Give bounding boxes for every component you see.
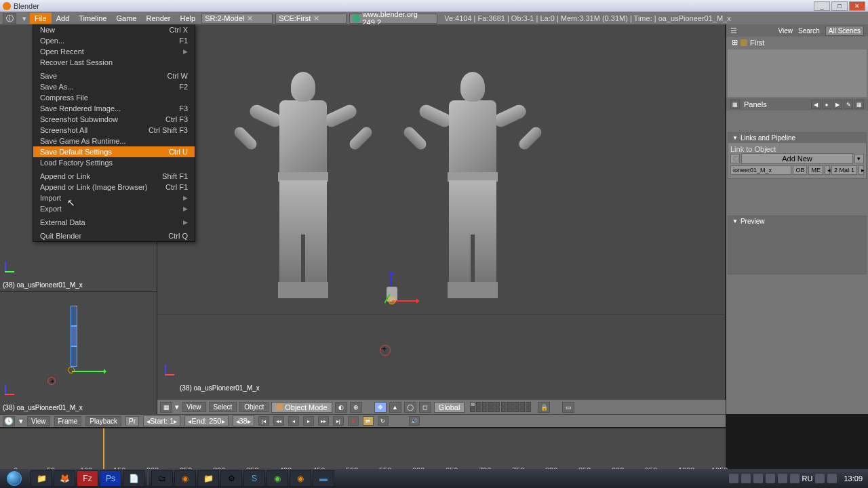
maximize-button[interactable]: □ — [831, 1, 848, 11]
main-3d-viewport[interactable]: (38) oa_usPioneer01_M_x — [157, 24, 726, 400]
file-menu-item[interactable]: Screenshot AllCtrl Shift F3 — [33, 125, 195, 136]
record-button[interactable]: ● — [348, 416, 359, 426]
taskbar-app-icon[interactable]: 📁 — [197, 470, 219, 487]
panel-title[interactable]: Preview — [728, 216, 866, 226]
outliner-scene-item[interactable]: ⊞ First — [726, 37, 868, 48]
taskbar-filezilla-icon[interactable]: Fz — [77, 470, 98, 487]
prev-keyframe-button[interactable]: ◂◂ — [273, 416, 284, 426]
file-menu-item[interactable]: Screenshot SubwindowCtrl F3 — [33, 114, 195, 125]
tray-icon[interactable] — [827, 474, 837, 483]
file-menu-item[interactable]: NewCtrl X — [33, 24, 195, 35]
timeline-view-menu[interactable]: View — [27, 416, 50, 426]
context-scene-icon[interactable]: ▦ — [854, 100, 864, 109]
file-menu-item[interactable]: Import▶ — [33, 192, 195, 203]
menu-file[interactable]: File — [30, 13, 52, 24]
file-menu-item[interactable]: Append or Link (Image Browser)Ctrl F1 — [33, 182, 195, 192]
start-button[interactable] — [1, 470, 27, 487]
viewport-bottom-left[interactable]: + (38) oa_usPioneer01_M_x — [0, 292, 157, 414]
view-menu[interactable]: View — [182, 402, 206, 412]
taskbar-app-icon[interactable]: ▬ — [313, 470, 334, 487]
context-logic-icon[interactable]: ◀ — [811, 100, 821, 109]
me-button[interactable]: ME — [808, 165, 823, 175]
taskbar-firefox-icon[interactable]: 🦊 — [54, 470, 75, 487]
close-button[interactable]: ✕ — [849, 1, 865, 11]
object-menu[interactable]: Object — [239, 402, 269, 412]
draw-type-icon[interactable]: ◐ — [335, 402, 347, 413]
jump-start-button[interactable]: |◂ — [258, 416, 269, 426]
tray-icon[interactable] — [741, 474, 751, 483]
mesh-name-field[interactable]: ioneer01_M_x — [730, 165, 791, 175]
pivot-icon[interactable]: ⊕ — [350, 402, 362, 413]
panel-title[interactable]: Links and Pipeline — [728, 133, 866, 143]
taskbar-notepad-icon[interactable]: 📄 — [123, 470, 144, 487]
start-frame-field[interactable]: ◂ Start: 1 ▸ — [143, 415, 180, 426]
file-menu-item[interactable]: External Data▶ — [33, 217, 195, 228]
menu-render[interactable]: Render — [141, 13, 175, 24]
tray-icon[interactable] — [815, 474, 825, 483]
outliner-empty-area[interactable] — [728, 49, 867, 97]
outliner-view[interactable]: View — [778, 27, 793, 35]
taskbar-app-icon[interactable]: ◉ — [174, 470, 196, 487]
window-type-icon[interactable]: 🕓 — [3, 416, 15, 426]
mode-selector[interactable]: Object Mode — [271, 402, 332, 413]
file-menu-item[interactable]: Save Game As Runtime... — [33, 136, 195, 146]
manipulator-toggle[interactable]: ✥ — [374, 402, 387, 413]
timeline-frame-menu[interactable]: Frame — [54, 416, 82, 426]
layer-buttons[interactable] — [470, 402, 532, 412]
pr-toggle[interactable]: Pr — [125, 416, 139, 426]
material-count[interactable]: 2 Mat 1 — [831, 165, 857, 175]
header-collapse-icon[interactable]: ▾ — [19, 14, 30, 23]
taskbar-app-icon[interactable]: ⚙ — [220, 470, 242, 487]
play-button[interactable]: ▸ — [303, 416, 314, 426]
window-type-icon[interactable]: ☰ — [730, 26, 737, 35]
file-menu-item[interactable]: Save Rendered Image...F3 — [33, 103, 195, 114]
tray-icon[interactable] — [753, 474, 763, 483]
end-frame-field[interactable]: ◂ End: 250 ▸ — [184, 415, 228, 426]
header-collapse-icon[interactable]: ▾ — [175, 403, 179, 411]
taskbar-blender-icon[interactable]: ◉ — [290, 470, 311, 487]
context-editing-icon[interactable]: ✎ — [844, 100, 853, 109]
file-menu-item[interactable]: Open Recent▶ — [33, 46, 195, 57]
tray-icon[interactable] — [778, 474, 787, 483]
add-new-button[interactable]: Add New — [741, 153, 853, 164]
screen-selector[interactable]: SR:2-Model✕ — [201, 14, 273, 24]
sync-button[interactable]: ⇄ — [363, 416, 374, 426]
window-type-icon[interactable]: ▦ — [730, 100, 740, 109]
tray-icon[interactable] — [729, 474, 738, 483]
menu-help[interactable]: Help — [176, 13, 201, 24]
translate-manipulator-icon[interactable]: ▲ — [389, 402, 401, 413]
tray-icon[interactable] — [766, 474, 775, 483]
outliner-search[interactable]: Search — [798, 27, 820, 35]
next-keyframe-button[interactable]: ▸▸ — [318, 416, 329, 426]
transform-manipulator[interactable] — [381, 272, 422, 312]
file-menu-item[interactable]: SaveCtrl W — [33, 70, 195, 81]
speaker-icon[interactable]: 🔊 — [409, 416, 420, 426]
scene-selector[interactable]: SCE:First✕ — [275, 14, 347, 24]
file-menu-item[interactable]: Compress File — [33, 92, 195, 103]
outliner-filter[interactable]: All Scenes — [825, 26, 864, 36]
clear-scene-icon[interactable]: ✕ — [313, 14, 319, 23]
file-menu-item[interactable]: Recover Last Session — [33, 57, 195, 68]
file-menu-item[interactable]: Save Default SettingsCtrl U — [33, 146, 195, 157]
scale-manipulator-icon[interactable]: ◻ — [419, 402, 431, 413]
menu-timeline[interactable]: Timeline — [74, 13, 111, 24]
jump-end-button[interactable]: ▸| — [333, 416, 344, 426]
taskbar-photoshop-icon[interactable]: Ps — [100, 470, 121, 487]
tray-icon[interactable] — [790, 474, 800, 483]
file-menu-item[interactable]: Save As...F2 — [33, 81, 195, 92]
orientation-selector[interactable]: Global — [434, 402, 465, 413]
lock-icon[interactable]: 🔒 — [538, 402, 550, 413]
menu-add[interactable]: Add — [52, 13, 75, 24]
timeline-playback-menu[interactable]: Playback — [85, 416, 121, 426]
minimize-button[interactable]: _ — [814, 1, 830, 11]
header-collapse-icon[interactable]: ▾ — [19, 417, 23, 426]
taskbar-explorer-icon[interactable]: 📁 — [31, 470, 52, 487]
window-type-icon[interactable]: ▦ — [160, 402, 172, 413]
menu-game[interactable]: Game — [111, 13, 141, 24]
file-menu-item[interactable]: Quit BlenderCtrl Q — [33, 230, 195, 241]
file-menu-item[interactable]: Load Factory Settings — [33, 157, 195, 168]
context-shading-icon[interactable]: ● — [822, 100, 831, 109]
render-border-icon[interactable]: ▭ — [562, 402, 574, 413]
taskbar-skype-icon[interactable]: S — [243, 470, 265, 487]
blender-link[interactable]: www.blender.org 249.2 — [349, 14, 437, 24]
